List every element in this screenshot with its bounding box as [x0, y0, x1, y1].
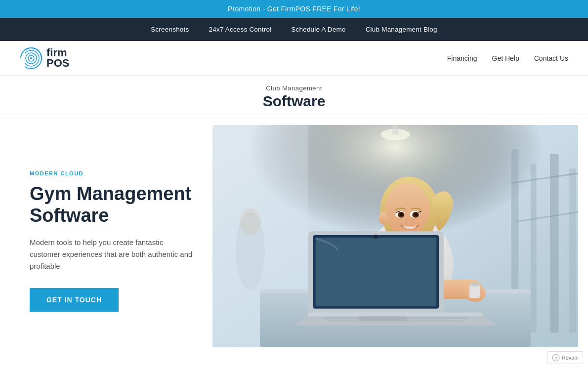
svg-point-4 [30, 57, 32, 59]
club-management-title: Software [263, 93, 326, 110]
logo-text: firm POS [46, 47, 69, 69]
hero-content: MODERN CLOUD Gym Management Software Mod… [0, 115, 212, 357]
promo-bar: Promotion - Get FirmPOS FREE For Life! [0, 0, 588, 18]
secondary-links: Financing Get Help Contact Us [447, 54, 568, 62]
logo-pos: POS [46, 57, 69, 69]
revain-icon: R [552, 354, 560, 357]
svg-rect-47 [212, 125, 578, 347]
link-get-help[interactable]: Get Help [492, 54, 519, 62]
get-in-touch-button[interactable]: GET IN TOUCH [30, 288, 119, 312]
club-management-sublabel: Club Management [266, 84, 322, 92]
nav-access-control[interactable]: 24x7 Access Control [209, 26, 271, 33]
hero-image [212, 125, 578, 347]
nav-schedule-demo[interactable]: Schedule A Demo [291, 26, 345, 33]
promo-text: Promotion - Get FirmPOS FREE For Life! [228, 5, 360, 13]
hero-title: Gym Management Software [30, 183, 193, 226]
nav-screenshots[interactable]: Screenshots [151, 26, 189, 33]
logo[interactable]: firm POS [20, 47, 69, 70]
hero-tag: MODERN CLOUD [30, 170, 193, 176]
revain-text: Revain [562, 355, 579, 357]
logo-icon [20, 47, 42, 70]
hero-section: MODERN CLOUD Gym Management Software Mod… [0, 115, 588, 357]
link-financing[interactable]: Financing [447, 54, 477, 62]
nav-blog[interactable]: Club Management Blog [366, 26, 437, 33]
svg-text:R: R [554, 356, 557, 357]
hero-description: Modern tools to help you create fantasti… [30, 237, 193, 272]
secondary-header: firm POS Financing Get Help Contact Us [0, 41, 588, 76]
revain-badge: R Revain [547, 351, 583, 357]
link-contact-us[interactable]: Contact Us [534, 54, 568, 62]
top-navigation: Screenshots 24x7 Access Control Schedule… [0, 18, 588, 41]
club-management-banner: Club Management Software [0, 76, 588, 115]
